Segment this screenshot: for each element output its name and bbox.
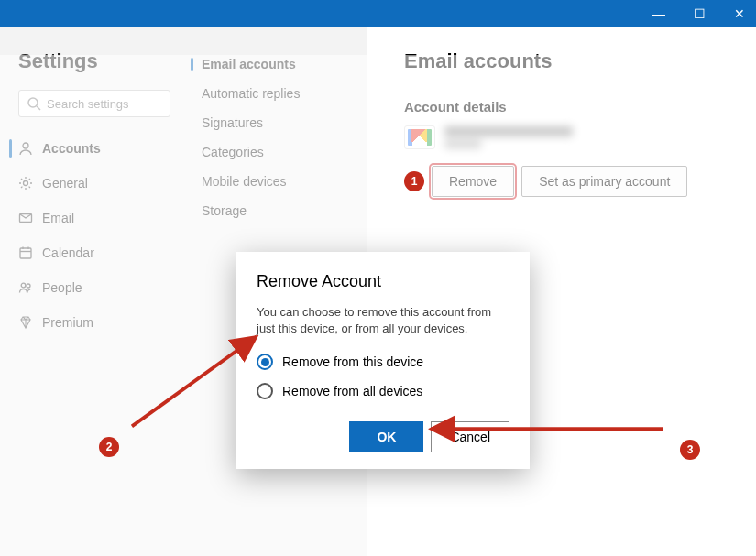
remove-account-dialog: Remove Account You can choose to remove … [236,252,530,469]
cancel-button[interactable]: Cancel [431,421,509,452]
radio-label: Remove from all devices [282,384,422,398]
remove-button[interactable]: Remove [432,166,514,197]
account-email [444,126,573,148]
close-button[interactable]: ✕ [730,6,749,21]
svg-line-1 [37,106,40,110]
step-badge-2: 2 [99,437,119,457]
sub-email-accounts[interactable]: Email accounts [187,49,357,79]
svg-point-2 [23,143,28,148]
nav-accounts[interactable]: Accounts [18,137,170,159]
step-badge-1: 1 [404,171,424,191]
radio-icon [257,383,273,399]
set-primary-button[interactable]: Set as primary account [521,166,687,197]
search-input[interactable] [47,97,162,111]
svg-point-9 [21,283,26,288]
dialog-body: You can choose to remove this account fr… [257,304,509,337]
diamond-icon [18,315,33,330]
nav-label: People [42,280,82,295]
sub-signatures[interactable]: Signatures [187,108,357,137]
nav-general[interactable]: General [18,172,170,194]
calendar-icon [18,245,33,260]
sub-categories[interactable]: Categories [187,137,357,167]
sub-automatic-replies[interactable]: Automatic replies [187,79,357,108]
nav-label: Email [42,211,74,225]
radio-remove-device[interactable]: Remove from this device [257,354,509,370]
ok-button[interactable]: OK [349,421,423,452]
account-row [404,125,756,149]
nav-label: Accounts [42,141,101,156]
radio-label: Remove from this device [282,354,423,369]
maximize-button[interactable]: ☐ [690,6,708,21]
gear-icon [18,176,33,191]
mail-icon [18,211,33,225]
person-icon [18,141,33,156]
nav-people[interactable]: People [18,277,170,299]
title-bar: — ☐ ✕ [0,0,756,27]
dialog-title: Remove Account [257,272,509,291]
svg-point-10 [27,284,30,288]
radio-remove-all[interactable]: Remove from all devices [257,383,509,399]
gmail-icon [404,125,435,149]
step-badge-3: 3 [680,440,700,460]
settings-sidebar: Settings Accounts General Email Calendar [0,27,183,556]
nav-label: Premium [42,315,93,330]
nav-premium[interactable]: Premium [18,311,170,333]
svg-point-3 [24,181,28,186]
settings-title: Settings [18,49,170,73]
svg-rect-5 [20,248,31,258]
search-icon [27,96,41,111]
svg-point-0 [28,98,38,107]
sub-storage[interactable]: Storage [187,196,357,225]
nav-email[interactable]: Email [18,207,170,229]
search-box[interactable] [18,90,170,117]
minimize-button[interactable]: — [650,6,668,21]
people-icon [18,280,33,295]
section-heading: Account details [404,99,756,114]
nav-label: Calendar [42,245,94,260]
sub-mobile-devices[interactable]: Mobile devices [187,167,357,196]
nav-calendar[interactable]: Calendar [18,242,170,264]
page-heading: Email accounts [404,49,756,73]
radio-icon [257,354,273,370]
nav-label: General [42,176,88,191]
